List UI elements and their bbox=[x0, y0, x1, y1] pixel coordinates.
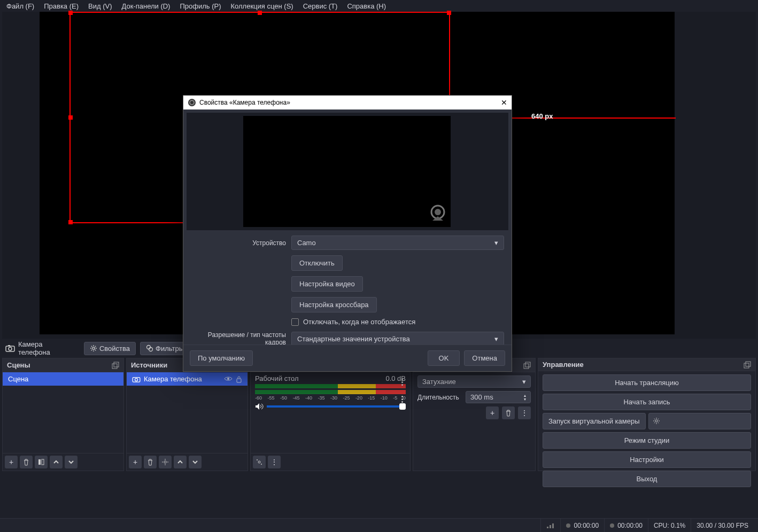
start-virtualcam-button[interactable]: Запуск виртуальной камеры bbox=[543, 413, 646, 429]
remove-source-button[interactable] bbox=[144, 456, 157, 468]
deactivate-when-hidden-checkbox[interactable] bbox=[291, 318, 299, 326]
chevron-down-icon: ▾ bbox=[494, 335, 498, 343]
ok-button[interactable]: OK bbox=[428, 350, 460, 366]
svg-rect-28 bbox=[550, 525, 551, 528]
virtualcam-settings-button[interactable] bbox=[648, 413, 752, 429]
mixer-channel-name: Рабочий стол bbox=[255, 374, 299, 382]
channel-menu-icon[interactable] bbox=[397, 379, 407, 386]
deactivate-when-hidden-label: Отключать, когда не отображается bbox=[303, 318, 415, 326]
dialog-titlebar[interactable]: Свойства «Камера телефона» ✕ bbox=[183, 96, 512, 109]
move-scene-down-button[interactable] bbox=[65, 456, 78, 468]
menu-view[interactable]: Вид (V) bbox=[84, 1, 116, 11]
close-icon[interactable]: ✕ bbox=[501, 98, 507, 107]
duration-input[interactable]: 300 ms ▴▾ bbox=[466, 391, 531, 403]
svg-point-5 bbox=[149, 348, 153, 351]
mixer-menu-button[interactable]: ⋮ bbox=[268, 456, 281, 468]
rec-time: 00:00:00 bbox=[617, 522, 643, 529]
context-source-name: Камера телефона bbox=[18, 340, 75, 356]
menu-docks[interactable]: Док-панели (D) bbox=[118, 1, 175, 11]
studio-mode-button[interactable]: Режим студии bbox=[543, 432, 751, 449]
start-recording-button[interactable]: Начать запись bbox=[543, 394, 751, 410]
move-scene-up-button[interactable] bbox=[50, 456, 63, 468]
add-transition-button[interactable]: + bbox=[486, 406, 499, 419]
svg-rect-23 bbox=[525, 362, 530, 367]
scenes-title: Сцены bbox=[7, 361, 30, 369]
guide-label: 640 px bbox=[531, 112, 553, 120]
svg-point-19 bbox=[258, 461, 260, 463]
chevron-down-icon: ▾ bbox=[522, 378, 526, 386]
properties-button[interactable]: Свойства bbox=[84, 342, 136, 355]
svg-point-13 bbox=[135, 378, 137, 381]
channel-menu-icon[interactable] bbox=[397, 396, 407, 403]
dialog-title: Свойства «Камера телефона» bbox=[199, 99, 290, 106]
add-source-button[interactable]: + bbox=[129, 456, 142, 468]
mixer-advanced-button[interactable] bbox=[253, 456, 266, 468]
menubar: Файл (F) Правка (E) Вид (V) Док-панели (… bbox=[0, 0, 758, 12]
status-fps: 30.00 / 30.00 FPS bbox=[691, 519, 754, 532]
svg-rect-9 bbox=[42, 459, 44, 465]
start-streaming-button[interactable]: Начать трансляцию bbox=[543, 374, 751, 391]
scene-item-label: Сцена bbox=[8, 375, 28, 383]
properties-dialog: Свойства «Камера телефона» ✕ Устройство … bbox=[183, 95, 512, 372]
obs-icon bbox=[188, 98, 196, 107]
camera-icon bbox=[132, 376, 141, 382]
speaker-icon[interactable] bbox=[255, 403, 264, 410]
menu-edit[interactable]: Правка (E) bbox=[40, 1, 83, 11]
resize-handle[interactable] bbox=[258, 11, 262, 15]
resize-handle[interactable] bbox=[68, 220, 73, 224]
dialog-preview bbox=[187, 113, 508, 230]
source-properties-button[interactable] bbox=[159, 456, 172, 468]
move-source-up-button[interactable] bbox=[174, 456, 187, 468]
svg-rect-7 bbox=[114, 362, 119, 367]
device-value: Camo bbox=[297, 239, 316, 247]
scenes-dock: Сцены Сцена + bbox=[2, 358, 124, 471]
remove-transition-button[interactable] bbox=[502, 406, 515, 419]
resolution-value: Стандартные значения устройства bbox=[297, 335, 410, 343]
popout-icon[interactable] bbox=[112, 362, 119, 369]
cancel-button[interactable]: Отмена bbox=[464, 350, 505, 366]
remove-scene-button[interactable] bbox=[20, 456, 33, 468]
menu-help[interactable]: Справка (H) bbox=[343, 1, 390, 11]
statusbar: 00:00:00 00:00:00 CPU: 0.1% 30.00 / 30.0… bbox=[0, 518, 758, 532]
scene-filters-button[interactable] bbox=[35, 456, 48, 468]
move-source-down-button[interactable] bbox=[189, 456, 202, 468]
dialog-preview-canvas bbox=[243, 116, 451, 227]
menu-tools[interactable]: Сервис (T) bbox=[299, 1, 342, 11]
device-select[interactable]: Camo ▾ bbox=[291, 236, 504, 250]
source-item[interactable]: Камера телефона bbox=[127, 372, 247, 386]
popout-icon[interactable] bbox=[744, 361, 751, 369]
exit-button[interactable]: Выход bbox=[543, 471, 751, 487]
svg-rect-6 bbox=[112, 364, 117, 369]
transition-select[interactable]: Затухание ▾ bbox=[417, 375, 531, 388]
svg-rect-8 bbox=[38, 459, 41, 465]
camera-icon bbox=[5, 345, 15, 352]
volume-slider[interactable] bbox=[267, 405, 406, 408]
resolution-label: Разрешение / тип частоты кадров bbox=[191, 331, 286, 345]
add-scene-button[interactable]: + bbox=[5, 456, 18, 468]
menu-scene-collection[interactable]: Коллекция сцен (S) bbox=[227, 1, 298, 11]
popout-icon[interactable] bbox=[523, 362, 531, 369]
lock-icon[interactable] bbox=[236, 375, 242, 383]
visibility-icon[interactable] bbox=[224, 375, 233, 383]
svg-rect-25 bbox=[746, 362, 751, 366]
resize-handle[interactable] bbox=[447, 11, 451, 15]
menu-file[interactable]: Файл (F) bbox=[2, 1, 38, 11]
resize-handle[interactable] bbox=[68, 115, 73, 120]
menu-profile[interactable]: Профиль (P) bbox=[175, 1, 225, 11]
status-live: 00:00:00 bbox=[560, 519, 604, 532]
deactivate-button[interactable]: Отключить bbox=[291, 255, 343, 271]
resolution-select[interactable]: Стандартные значения устройства ▾ bbox=[291, 332, 504, 345]
filters-label: Фильтры bbox=[156, 345, 184, 353]
transition-menu-button[interactable]: ⋮ bbox=[518, 406, 531, 419]
configure-crossbar-button[interactable]: Настройка кроссбара bbox=[291, 297, 377, 312]
resize-handle[interactable] bbox=[68, 11, 73, 15]
settings-button[interactable]: Настройки bbox=[543, 451, 751, 468]
audio-meter bbox=[255, 384, 406, 388]
status-rec: 00:00:00 bbox=[604, 519, 648, 532]
gear-icon bbox=[90, 345, 97, 352]
configure-video-button[interactable]: Настройка видео bbox=[291, 276, 363, 292]
svg-rect-15 bbox=[237, 379, 241, 382]
spinner-icon[interactable]: ▴▾ bbox=[524, 394, 526, 401]
defaults-button[interactable]: По умолчанию bbox=[190, 350, 253, 366]
scene-item[interactable]: Сцена bbox=[3, 372, 123, 386]
